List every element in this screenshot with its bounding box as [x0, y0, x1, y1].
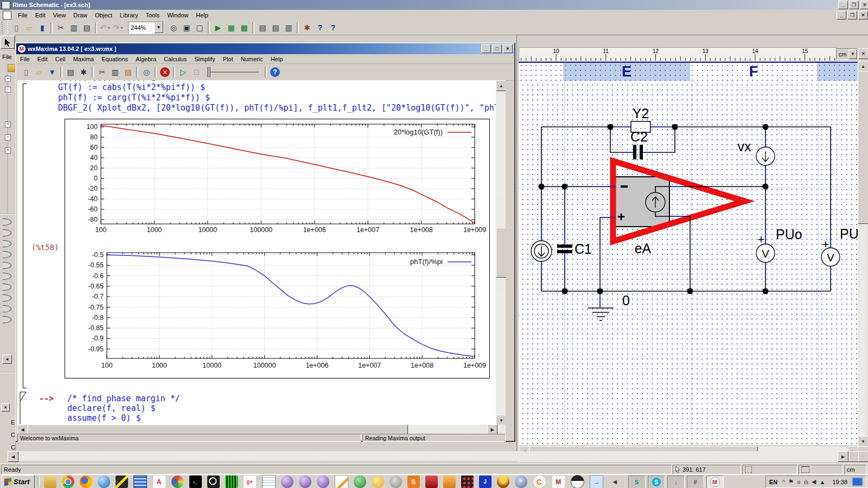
- wxmaxima-menu-numeric[interactable]: Numeric: [237, 55, 267, 63]
- wx-find-icon[interactable]: ◎: [141, 66, 152, 78]
- code-line-2[interactable]: phT(f) := carg(T(%i*2*%pi*f)) $: [58, 93, 210, 102]
- schematic-vscrollbar[interactable]: ▲ ▼: [858, 61, 867, 446]
- undo-icon[interactable]: ↶▼: [99, 22, 111, 34]
- acrobat-icon[interactable]: A: [152, 475, 166, 488]
- rimu-menu-view[interactable]: View: [49, 11, 70, 20]
- scroll-up-icon[interactable]: ^: [782, 479, 785, 485]
- wx-config-icon[interactable]: ✱: [78, 66, 90, 78]
- options-icon[interactable]: ✱: [301, 22, 313, 34]
- m-flag-icon[interactable]: M: [552, 475, 565, 488]
- ruler-close-button[interactable]: ✕: [858, 48, 868, 59]
- animation-slider[interactable]: [207, 67, 259, 77]
- wx-new-icon[interactable]: ▯: [20, 66, 32, 78]
- print-check-icon[interactable]: ▤: [270, 22, 282, 34]
- notes-icon[interactable]: [262, 475, 276, 488]
- wxmaxima-menu-plot[interactable]: Plot: [219, 55, 237, 63]
- wx-print-icon[interactable]: ▤: [65, 66, 76, 78]
- rimu-menu-edit[interactable]: Edit: [31, 11, 49, 20]
- wxmaxima-hscrollbar[interactable]: ◀ ▶: [17, 425, 506, 434]
- export-icon[interactable]: →: [590, 475, 603, 488]
- print-preview-icon[interactable]: ▥: [283, 22, 295, 34]
- or-gate-icon[interactable]: [3, 273, 11, 280]
- wxmaxima-titlebar[interactable]: M wxMaxima 13.04.2 [ ex3.wxmx ] _ □ ✕: [16, 43, 514, 54]
- volume-icon[interactable]: ◀: [812, 478, 816, 485]
- wxmaxima-menu-help[interactable]: Help: [267, 55, 287, 63]
- wx-stop-icon[interactable]: □: [190, 66, 202, 78]
- new-file-icon[interactable]: ▯: [10, 22, 22, 34]
- tree-expand-2[interactable]: +: [5, 121, 11, 127]
- c-ring-icon[interactable]: C: [533, 475, 546, 488]
- equalizer-icon[interactable]: [225, 476, 238, 488]
- or-gate-icon[interactable]: [3, 316, 11, 323]
- terminal-icon[interactable]: ›_: [189, 476, 202, 488]
- redo-icon[interactable]: ↷▼: [112, 22, 124, 34]
- red-box-icon[interactable]: [425, 476, 438, 488]
- rimu-menu-library[interactable]: Library: [116, 11, 142, 20]
- scite-icon[interactable]: S: [407, 476, 420, 488]
- tree-expand-3[interactable]: +: [5, 134, 11, 140]
- panel-close-button[interactable]: ✕: [1, 403, 10, 412]
- component-input-source[interactable]: [531, 241, 552, 261]
- dragon-icon[interactable]: [354, 476, 366, 488]
- tray-clock[interactable]: 19:38: [832, 479, 847, 485]
- ruler-unit-combo[interactable]: cm ▼: [836, 48, 858, 60]
- component-vx[interactable]: [756, 147, 775, 165]
- mute-icon[interactable]: ◄: [609, 476, 621, 488]
- flag-icon[interactable]: ⚑: [788, 478, 794, 485]
- google-plus-icon[interactable]: g+: [243, 475, 257, 488]
- blue-globe-icon[interactable]: [98, 476, 110, 488]
- zoom-level-dropdown-icon[interactable]: ▼: [154, 22, 163, 33]
- wxmaxima-menu-calculus[interactable]: Calculus: [160, 55, 190, 63]
- server-icon[interactable]: [133, 475, 147, 488]
- skype-taskbar-button[interactable]: S: [648, 476, 665, 488]
- run-simulation-icon[interactable]: ▶: [212, 22, 224, 34]
- paste-icon[interactable]: ▤: [81, 22, 93, 34]
- network-monitor-icon[interactable]: [852, 477, 863, 486]
- ruler-unit-dropdown-icon[interactable]: ▼: [848, 49, 857, 59]
- orb-3-icon[interactable]: [317, 476, 329, 488]
- rimu-menu-object[interactable]: Object: [91, 11, 116, 20]
- paw-icon[interactable]: [390, 476, 402, 488]
- plug-icon[interactable]: ≡: [797, 479, 800, 485]
- wxmaxima-menu-file[interactable]: File: [16, 55, 34, 63]
- wxmaxima-minimize-button[interactable]: _: [481, 44, 491, 53]
- or-gate-icon[interactable]: [3, 240, 11, 247]
- palette-icon[interactable]: [171, 476, 184, 488]
- palette-scroll-left-button[interactable]: ◂: [2, 355, 12, 364]
- dark-grid-icon[interactable]: [461, 476, 474, 488]
- code-line-3[interactable]: DBGF_2( Xplot_dBx2, [20*log10(GT(f)), ph…: [58, 103, 504, 113]
- tray-language[interactable]: EN: [769, 479, 777, 485]
- wxmaxima-menu-maxima[interactable]: Maxima: [69, 55, 98, 63]
- wxmaxima-document[interactable]: ( T(f) ..., T(f)) $ GT(f) := cabs(T(%i*2…: [17, 80, 506, 425]
- wxmaxima-menu-edit[interactable]: Edit: [34, 55, 52, 63]
- component-c2[interactable]: [633, 145, 643, 159]
- snow-badge-icon[interactable]: *: [515, 476, 527, 488]
- zoom-level-combo[interactable]: 244% ▼: [128, 22, 164, 34]
- netlist-icon[interactable]: ▦: [225, 22, 237, 34]
- or-gate-icon[interactable]: [3, 251, 11, 258]
- wxmaxima-close-button[interactable]: ✕: [503, 44, 513, 53]
- project-folder-icon[interactable]: [8, 64, 16, 72]
- wx-cut-icon[interactable]: ✂: [96, 66, 108, 78]
- rimu-minimize-button[interactable]: _: [838, 1, 848, 9]
- code-line-partial[interactable]: ( T(f) ..., T(f)) $: [58, 80, 156, 81]
- cut-icon[interactable]: ✂: [55, 22, 67, 34]
- tree-expand-4[interactable]: +: [5, 147, 11, 153]
- pld-icon[interactable]: ▩: [238, 22, 250, 34]
- orange-file-icon[interactable]: [443, 476, 456, 488]
- wx-save-icon[interactable]: ▼: [46, 66, 58, 78]
- wxmaxima-menu-simplify[interactable]: Simplify: [190, 55, 219, 63]
- folder-icon[interactable]: [44, 476, 56, 488]
- start-button[interactable]: Start: [2, 475, 35, 488]
- daemon-tools-taskbar-button[interactable]: S: [628, 476, 646, 488]
- penguin-icon[interactable]: [571, 475, 584, 488]
- wx-paste-icon[interactable]: ▤: [122, 66, 134, 78]
- zoom-icon[interactable]: ◎: [168, 22, 180, 34]
- tree-collapse-1[interactable]: −: [5, 87, 11, 93]
- rimu-child-restore-button[interactable]: ❐: [847, 11, 857, 20]
- orb-2-icon[interactable]: [299, 476, 311, 488]
- cell-bracket-2[interactable]: [20, 391, 27, 425]
- sync-tool-taskbar-button[interactable]: ↓: [667, 476, 685, 488]
- rimu-close-button[interactable]: ✕: [860, 1, 868, 9]
- or-gate-icon[interactable]: [3, 219, 11, 226]
